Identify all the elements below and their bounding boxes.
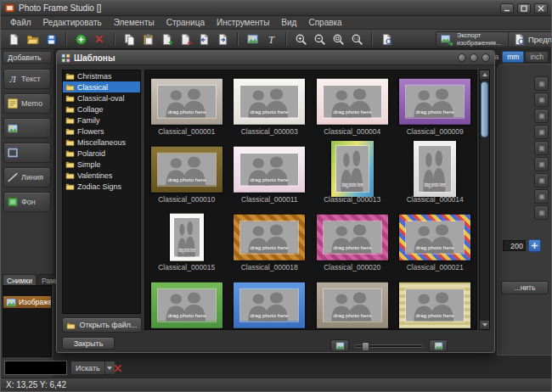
search-button[interactable]: Искать — [70, 361, 115, 375]
color-swatch[interactable] — [4, 361, 67, 375]
preview-button[interactable]: Предпрос — [508, 31, 552, 48]
add-frame-button[interactable] — [3, 143, 51, 163]
clear-button[interactable] — [111, 361, 125, 374]
right-tool-button[interactable] — [534, 92, 549, 107]
template-item[interactable]: drag photo here — [145, 274, 228, 330]
template-item[interactable]: drag photo hereClassical_000018 — [228, 206, 312, 274]
size-value-field[interactable] — [503, 240, 526, 251]
right-tool-button[interactable] — [534, 125, 549, 139]
page-prev-button[interactable] — [194, 31, 213, 48]
zoom-in-button[interactable] — [291, 31, 310, 48]
scroll-up-button[interactable] — [480, 70, 489, 79]
add-memo-button[interactable]: Memo — [3, 93, 51, 114]
template-frame: drag photo here — [399, 79, 470, 125]
menu-item[interactable]: Инструменты — [211, 17, 275, 28]
save-button[interactable] — [42, 31, 60, 48]
dialog-minimize-button[interactable] — [458, 53, 466, 62]
folder-icon — [65, 127, 75, 135]
scrollbar-thumb[interactable] — [481, 81, 488, 137]
add-line-button[interactable]: Линия — [3, 167, 51, 188]
folder-item[interactable]: Polaroid — [63, 148, 140, 159]
right-tool-button[interactable] — [534, 109, 549, 123]
snapshot-item[interactable]: Изображен... — [3, 296, 51, 308]
folder-item[interactable]: Collage — [63, 104, 140, 115]
unit-mm-button[interactable]: mm — [502, 51, 524, 63]
template-item[interactable]: drag photo here — [394, 274, 477, 330]
insert-text-button[interactable]: T — [262, 31, 280, 48]
template-item[interactable]: drag photo here — [228, 274, 312, 330]
folder-item[interactable]: Zodiac Signs — [63, 181, 140, 192]
page-remove-button[interactable] — [176, 31, 194, 48]
template-item[interactable]: drag photo hereClassical_000013 — [311, 138, 394, 206]
right-tool-button[interactable] — [534, 157, 549, 171]
background-icon — [7, 196, 19, 208]
open-file-button[interactable]: Открыть файл... — [62, 317, 142, 333]
menu-item[interactable]: Элементы — [108, 17, 161, 28]
menu-item[interactable]: Вид — [275, 17, 302, 28]
right-tool-button[interactable] — [534, 141, 549, 155]
folder-item[interactable]: Classical — [63, 81, 140, 92]
folder-item[interactable]: Valentines — [63, 170, 140, 181]
menu-item[interactable]: Справка — [302, 17, 347, 28]
add-background-button[interactable]: Фон — [3, 192, 51, 212]
photo-placeholder: drag photo here — [335, 145, 369, 193]
folder-open-button[interactable] — [23, 31, 42, 48]
template-item[interactable]: drag photo hereClassical_000011 — [228, 138, 312, 206]
folder-item[interactable]: Family — [63, 115, 140, 126]
scroll-down-button[interactable] — [480, 321, 489, 329]
grid-scrollbar[interactable] — [479, 70, 490, 330]
unit-inch-button[interactable]: inch — [525, 51, 549, 63]
folder-item[interactable]: Miscellaneous — [63, 137, 140, 148]
right-tool-button[interactable] — [534, 189, 549, 204]
dialog-close-action-button[interactable]: Закрыть — [62, 337, 115, 350]
maximize-button[interactable] — [517, 3, 531, 14]
dialog-close-button[interactable] — [482, 53, 490, 62]
add-text-button[interactable]: ЛТекст — [3, 69, 51, 89]
add-image-button[interactable] — [3, 118, 51, 138]
template-item[interactable]: drag photo here — [311, 274, 394, 330]
close-button[interactable] — [534, 3, 548, 14]
right-tool-button[interactable] — [534, 76, 549, 91]
page-next-button[interactable] — [213, 31, 232, 48]
print-preview-button[interactable] — [377, 31, 396, 48]
folder-item[interactable]: Christmas — [63, 70, 140, 81]
add-size-button[interactable] — [528, 239, 541, 252]
insert-image-button[interactable] — [243, 31, 262, 48]
template-frame: drag photo here — [151, 79, 222, 125]
zoom-actual-button[interactable]: 1:1 — [347, 31, 366, 48]
template-item[interactable]: drag photo hereClassical_000010 — [145, 138, 228, 206]
memo-icon — [7, 98, 19, 109]
dialog-maximize-button[interactable] — [470, 53, 478, 62]
right-tool-button[interactable] — [534, 205, 549, 220]
export-image-button[interactable]: Экспорт изображения... — [436, 31, 518, 48]
menu-item[interactable]: Редактировать — [37, 17, 108, 28]
remove-red-button[interactable] — [90, 31, 109, 48]
template-item[interactable]: drag photo hereClassical_000001 — [145, 70, 228, 138]
page-copy-button[interactable] — [120, 31, 138, 48]
template-item[interactable]: drag photo hereClassical_000020 — [311, 206, 394, 274]
template-item[interactable]: drag photo hereClassical_000009 — [394, 70, 477, 138]
right-tool-button[interactable] — [534, 173, 549, 188]
add-green-button[interactable] — [71, 31, 90, 48]
template-item[interactable]: drag photo hereClassical_000003 — [228, 70, 312, 138]
page-new-button[interactable] — [4, 31, 23, 48]
zoom-out-button[interactable] — [310, 31, 329, 48]
folder-item[interactable]: Classical-oval — [63, 92, 140, 104]
small-thumbnails-button[interactable] — [330, 339, 349, 352]
minimize-button[interactable] — [500, 3, 514, 14]
large-thumbnails-button[interactable] — [429, 339, 448, 352]
page-add-button[interactable] — [157, 31, 176, 48]
folder-item[interactable]: Simple — [63, 159, 140, 170]
template-item[interactable]: drag photo hereClassical_000014 — [394, 138, 477, 206]
slider-thumb[interactable] — [362, 342, 369, 351]
menu-item[interactable]: Страница — [161, 17, 211, 28]
zoom-page-button[interactable] — [329, 31, 347, 48]
apply-button[interactable]: ...нить — [501, 281, 549, 294]
template-item[interactable]: drag photo hereClassical_000015 — [145, 206, 228, 274]
thumbnail-size-slider[interactable] — [354, 344, 424, 348]
template-item[interactable]: drag photo hereClassical_000004 — [311, 70, 394, 138]
page-paste-button[interactable] — [138, 31, 157, 48]
folder-item[interactable]: Flowers — [63, 126, 140, 137]
menu-item[interactable]: Файл — [4, 17, 37, 28]
template-item[interactable]: drag photo hereClassical_000021 — [394, 206, 477, 274]
